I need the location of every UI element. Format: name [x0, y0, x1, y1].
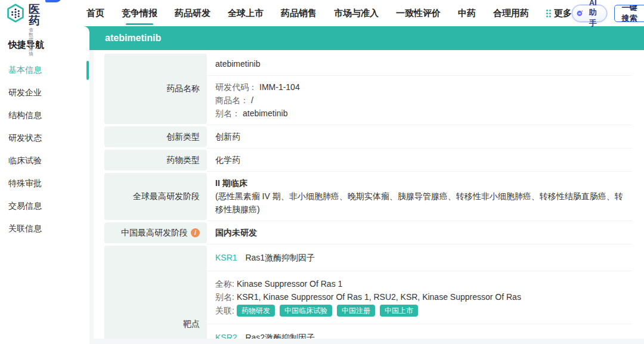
sidebar-item-special-approval[interactable]: 特殊审批 — [0, 172, 89, 195]
target-name: Ras1激酶抑制因子 — [245, 253, 315, 262]
row-label: 药品名称 — [104, 54, 207, 124]
brand-logo[interactable]: 摩熵·医药 查数据·找摩熵 企业版 — [6, 0, 61, 57]
basic-info-panel: 药品名称 atebimetinib 研发代码：IMM-1-104 商品名：/ 别… — [94, 50, 644, 339]
quick-nav-sidebar: 快捷导航 基本信息 研发企业 结构信息 研发状态 临床试验 特殊审批 交易信息 … — [0, 26, 89, 344]
svg-text:AI: AI — [578, 12, 581, 15]
china-phase-label: 中国最高研发阶段 — [121, 228, 188, 238]
drug-name-title: atebimetinib — [105, 33, 161, 44]
nav-actions: AI AI助手 一键搜索 — [572, 5, 644, 22]
target-link-ksr1[interactable]: KSR1 — [215, 253, 237, 262]
nav-item-home[interactable]: 首页 — [86, 1, 104, 26]
global-phase-value: II 期临床 — [215, 176, 624, 190]
nav-item-competitive-intel[interactable]: 竞争情报 — [122, 1, 157, 26]
row-innovation-type: 创新类型 创新药 — [104, 125, 644, 148]
field-key: 别名： — [215, 109, 240, 118]
sidebar-item-structure-info[interactable]: 结构信息 — [0, 104, 89, 127]
field-key: 别名: — [215, 292, 234, 302]
china-phase-value: 国内未研发 — [207, 221, 632, 244]
sidebar-item-rd-status[interactable]: 研发状态 — [0, 127, 89, 150]
field-key: 商品名： — [215, 95, 249, 105]
row-label: 创新类型 — [104, 126, 207, 147]
row-label: 靶点 — [104, 246, 207, 339]
nav-item-consistency-eval[interactable]: 一致性评价 — [396, 1, 441, 26]
ai-assistant-label: AI助手 — [586, 0, 600, 29]
nav-item-tcm[interactable]: 中药 — [458, 1, 476, 26]
quick-search[interactable]: 一键搜索 — [614, 5, 644, 22]
relation-badge-cn-registration[interactable]: 中国注册 — [337, 305, 375, 317]
more-grid-icon — [546, 10, 551, 17]
field-key: 研发代码： — [215, 82, 257, 92]
top-navbar: 摩熵·医药 查数据·找摩熵 企业版 首页 竞争情报 药品研发 全球上市 药品销售… — [0, 0, 644, 26]
global-phase-indications: (恶性黑素瘤 IV 期、非小细胞肺癌、晚期实体瘤、胰腺导管腺癌、转移性非小细胞肺… — [215, 190, 624, 216]
nav-item-global-launch[interactable]: 全球上市 — [228, 1, 264, 26]
page-body: 快捷导航 基本信息 研发企业 结构信息 研发状态 临床试验 特殊审批 交易信息 … — [0, 26, 644, 344]
brand-tagline: 查数据·找摩熵 — [29, 28, 41, 57]
info-icon[interactable]: i — [191, 228, 200, 237]
sidebar-item-basic-info[interactable]: 基本信息 — [0, 59, 89, 82]
rd-code-value: IMM-1-104 — [259, 82, 300, 92]
target-link-ksr2[interactable]: KSR2 — [215, 333, 237, 339]
drug-title-bar: atebimetinib — [94, 26, 644, 50]
nav-item-rational-use[interactable]: 合理用药 — [493, 1, 529, 26]
row-china-phase: 中国最高研发阶段 i 国内未研发 — [104, 221, 644, 244]
trade-name-value: / — [251, 95, 253, 105]
nav-item-more[interactable]: 更多 — [546, 1, 572, 26]
target-detail-ksr1: 全称:Kinase Suppressor Of Ras 1 别名:KSR1, K… — [207, 271, 632, 324]
sidebar-item-rd-company[interactable]: 研发企业 — [0, 82, 89, 104]
ai-icon: AI — [577, 8, 583, 19]
main-content: atebimetinib 药品名称 atebimetinib 研发代码：IMM-… — [94, 26, 644, 339]
row-drug-name: 药品名称 atebimetinib 研发代码：IMM-1-104 商品名：/ 别… — [104, 52, 644, 125]
sidebar-item-deal-info[interactable]: 交易信息 — [0, 195, 89, 218]
relation-badge-cn-listed[interactable]: 中国上市 — [380, 305, 418, 317]
innovation-type-value: 创新药 — [207, 125, 632, 148]
target-name: Ras2激酶抑制因子 — [245, 333, 315, 339]
relation-badge-drug-rd[interactable]: 药物研发 — [237, 305, 275, 317]
alias-value: atebimetinib — [243, 109, 288, 118]
row-label: 全球最高研发阶段 — [104, 173, 207, 220]
nav-more-label: 更多 — [554, 8, 572, 19]
target-alias: KSR1, Kinase Suppressor Of Ras 1, RSU2, … — [237, 292, 521, 302]
enterprise-badge: 企业版 — [45, 0, 61, 2]
sidebar-item-related-info[interactable]: 关联信息 — [0, 218, 89, 240]
drug-type-value: 化学药 — [207, 148, 632, 172]
target-full-name: Kinase Suppressor Of Ras 1 — [237, 279, 342, 289]
sidebar-item-clinical-trials[interactable]: 临床试验 — [0, 150, 89, 172]
quick-search-label: 一键搜索 — [615, 5, 643, 22]
nav-item-drug-sales[interactable]: 药品销售 — [281, 1, 317, 26]
nav-item-drug-rd[interactable]: 药品研发 — [175, 1, 210, 26]
main-nav: 首页 竞争情报 药品研发 全球上市 药品销售 市场与准入 一致性评价 中药 合理… — [86, 1, 572, 26]
ai-assistant-button[interactable]: AI AI助手 — [572, 5, 607, 22]
field-key: 全称: — [215, 279, 234, 289]
row-label: 中国最高研发阶段 i — [104, 222, 207, 243]
brand-logo-icon — [6, 4, 25, 23]
drug-primary-name: atebimetinib — [207, 52, 632, 76]
nav-item-market-access[interactable]: 市场与准入 — [334, 1, 379, 26]
brand-name: 摩熵·医药 — [29, 0, 41, 26]
row-targets: 靶点 KSR1 Ras1激酶抑制因子 全称:Kinase Suppressor … — [104, 244, 644, 339]
row-drug-type: 药物类型 化学药 — [104, 148, 644, 172]
field-key: 关联: — [215, 303, 234, 318]
row-global-phase: 全球最高研发阶段 II 期临床 (恶性黑素瘤 IV 期、非小细胞肺癌、晚期实体瘤… — [104, 172, 644, 221]
target-item: KSR2 Ras2激酶抑制因子 — [207, 324, 632, 339]
row-label: 药物类型 — [104, 150, 207, 171]
target-item: KSR1 Ras1激酶抑制因子 — [207, 244, 632, 271]
relation-badge-cn-clinical[interactable]: 中国临床试验 — [280, 305, 332, 317]
